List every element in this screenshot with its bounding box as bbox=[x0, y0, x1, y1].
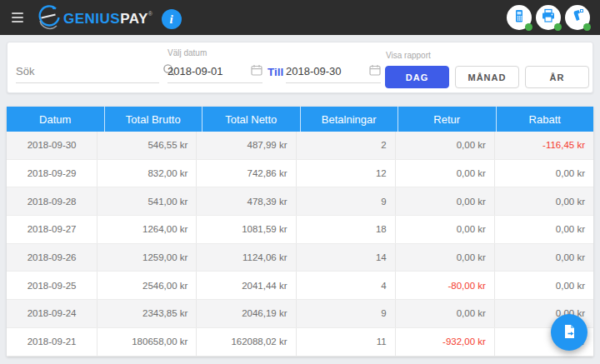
cell-betalningar: 2 bbox=[296, 132, 395, 159]
cell-total-netto: 742,86 kr bbox=[196, 160, 295, 187]
report-month-button[interactable]: MÅNAD bbox=[455, 66, 519, 88]
cell-total-netto: 1124,06 kr bbox=[196, 244, 295, 272]
date-from-field[interactable] bbox=[168, 60, 262, 83]
printer-icon bbox=[541, 8, 556, 27]
cell-datum: 2018-09-24 bbox=[7, 300, 97, 327]
cell-total-brutto: 1264,00 kr bbox=[97, 216, 196, 243]
cell-betalningar: 18 bbox=[296, 216, 395, 243]
cell-betalningar: 4 bbox=[296, 272, 395, 299]
report-day-button[interactable]: DAG bbox=[385, 66, 449, 88]
cell-datum: 2018-09-30 bbox=[7, 132, 97, 159]
header-retur[interactable]: Retur bbox=[398, 107, 496, 132]
cell-betalningar: 14 bbox=[296, 244, 395, 272]
filter-bar: Välj datum Till bbox=[7, 42, 593, 93]
brand-logo: GENIUSPAY® i bbox=[35, 3, 182, 35]
cell-datum: 2018-09-28 bbox=[7, 187, 97, 215]
cell-total-netto: 487,99 kr bbox=[196, 132, 295, 159]
calendar-icon[interactable] bbox=[251, 64, 262, 79]
status-dot bbox=[554, 23, 562, 31]
cell-retur: 0,00 kr bbox=[395, 216, 494, 243]
date-to-input[interactable] bbox=[286, 65, 369, 77]
cell-datum: 2018-09-25 bbox=[7, 272, 97, 299]
cell-total-brutto: 2546,00 kr bbox=[97, 272, 196, 299]
cell-total-netto: 2041,44 kr bbox=[196, 272, 295, 299]
cell-rabatt: 0,00 kr bbox=[494, 160, 593, 187]
cell-betalningar: 9 bbox=[296, 187, 395, 215]
cell-total-brutto: 541,00 kr bbox=[97, 187, 196, 215]
cell-retur: -932,00 kr bbox=[395, 328, 494, 356]
cell-datum: 2018-09-27 bbox=[7, 216, 97, 243]
table-row: 2018-09-28541,00 kr478,39 kr90,00 kr0,00… bbox=[7, 187, 593, 216]
payment-terminal-button[interactable] bbox=[507, 5, 532, 30]
topbar: GENIUSPAY® i bbox=[0, 0, 600, 35]
report-year-button[interactable]: ÅR bbox=[525, 66, 589, 88]
cell-betalningar: 11 bbox=[296, 328, 395, 356]
status-dot bbox=[525, 23, 532, 31]
date-range-label: Välj datum bbox=[168, 48, 207, 57]
report-table: Datum Total Brutto Total Netto Betalning… bbox=[7, 107, 593, 357]
table-row: 2018-09-252546,00 kr2041,44 kr4-80,00 kr… bbox=[7, 272, 593, 300]
table-row: 2018-09-242343,85 kr2046,19 kr90,00 kr0,… bbox=[7, 300, 593, 328]
cell-total-netto: 2046,19 kr bbox=[196, 300, 295, 327]
cell-datum: 2018-09-21 bbox=[7, 328, 97, 356]
cell-rabatt: 0,00 kr bbox=[494, 272, 593, 299]
search-input[interactable] bbox=[16, 65, 162, 77]
report-type-label: Visa rapport bbox=[386, 51, 431, 60]
cell-total-brutto: 2343,85 kr bbox=[97, 300, 196, 327]
barcode-scanner-button[interactable] bbox=[565, 5, 590, 30]
header-betalningar[interactable]: Betalningar bbox=[300, 107, 398, 132]
cell-rabatt: -116,45 kr bbox=[494, 132, 593, 159]
geniuspay-app: GENIUSPAY® i bbox=[0, 0, 600, 364]
date-to-field[interactable] bbox=[286, 60, 381, 83]
info-button[interactable]: i bbox=[162, 9, 182, 29]
table-row: 2018-09-30546,55 kr487,99 kr20,00 kr-116… bbox=[7, 132, 593, 160]
cell-retur: 0,00 kr bbox=[395, 132, 494, 159]
cell-datum: 2018-09-26 bbox=[7, 244, 97, 272]
cell-total-brutto: 832,00 kr bbox=[97, 160, 196, 187]
cell-total-netto: 478,39 kr bbox=[196, 187, 295, 215]
payment-terminal-icon bbox=[512, 9, 526, 27]
cell-retur: 0,00 kr bbox=[395, 187, 494, 215]
header-rabatt[interactable]: Rabatt bbox=[496, 107, 594, 132]
cell-betalningar: 12 bbox=[296, 160, 395, 187]
cell-total-netto: 1081,59 kr bbox=[196, 216, 295, 243]
device-status-group bbox=[507, 5, 590, 30]
cell-retur: 0,00 kr bbox=[395, 300, 494, 327]
cell-betalningar: 9 bbox=[296, 300, 395, 327]
brand-name: GENIUSPAY® bbox=[63, 11, 153, 27]
status-dot bbox=[583, 23, 591, 31]
export-report-button[interactable] bbox=[551, 314, 588, 351]
header-datum[interactable]: Datum bbox=[7, 107, 104, 132]
header-total-netto[interactable]: Total Netto bbox=[202, 107, 300, 132]
table-row: 2018-09-29832,00 kr742,86 kr120,00 kr0,0… bbox=[7, 160, 593, 188]
report-type-toggle: DAG MÅNAD ÅR bbox=[385, 66, 589, 88]
printer-button[interactable] bbox=[536, 5, 561, 30]
table-row: 2018-09-271264,00 kr1081,59 kr180,00 kr0… bbox=[7, 216, 593, 244]
export-file-icon bbox=[561, 323, 578, 342]
cell-retur: 0,00 kr bbox=[395, 244, 494, 272]
cell-rabatt: 0,00 kr bbox=[494, 244, 593, 272]
barcode-scanner-icon bbox=[570, 8, 585, 27]
cell-retur: -80,00 kr bbox=[395, 272, 494, 299]
cell-total-brutto: 546,55 kr bbox=[97, 132, 196, 159]
cell-retur: 0,00 kr bbox=[395, 160, 494, 187]
search-field[interactable] bbox=[16, 60, 159, 83]
cell-total-netto: 162088,02 kr bbox=[196, 328, 295, 356]
date-from-input[interactable] bbox=[168, 65, 251, 77]
cell-total-brutto: 180658,00 kr bbox=[97, 328, 196, 356]
cell-rabatt: 0,00 kr bbox=[494, 216, 593, 243]
cell-datum: 2018-09-29 bbox=[7, 160, 97, 187]
header-total-brutto[interactable]: Total Brutto bbox=[104, 107, 202, 132]
geniuspay-logo-icon bbox=[35, 3, 62, 35]
cell-rabatt: 0,00 kr bbox=[494, 187, 593, 215]
table-row: 2018-09-261259,00 kr1124,06 kr140,00 kr0… bbox=[7, 244, 593, 272]
table-header-row: Datum Total Brutto Total Netto Betalning… bbox=[7, 107, 593, 132]
cell-total-brutto: 1259,00 kr bbox=[97, 244, 196, 272]
menu-icon[interactable] bbox=[12, 12, 23, 22]
table-row: 2018-09-21180658,00 kr162088,02 kr11-932… bbox=[7, 328, 593, 357]
table-body: 2018-09-30546,55 kr487,99 kr20,00 kr-116… bbox=[7, 132, 593, 357]
calendar-icon[interactable] bbox=[369, 64, 381, 79]
date-range-separator: Till bbox=[268, 66, 283, 78]
